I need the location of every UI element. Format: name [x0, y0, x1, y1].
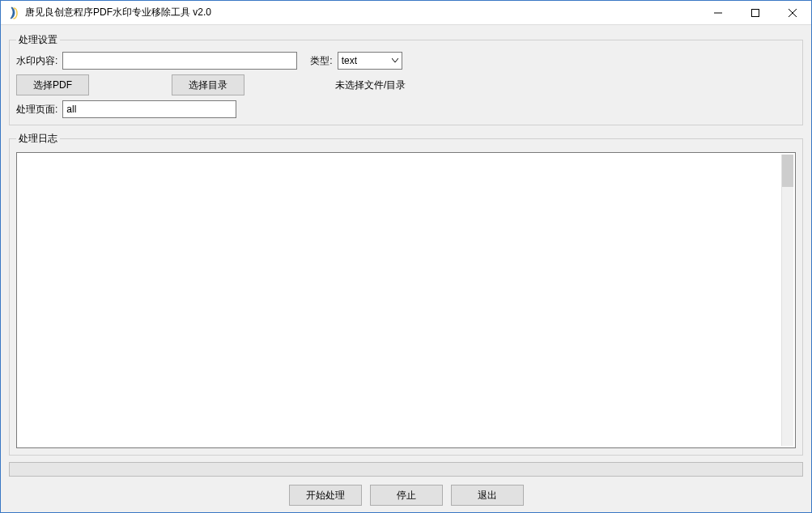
log-textarea-container — [16, 152, 796, 448]
log-scrollbar-thumb[interactable] — [782, 155, 793, 187]
minimize-button[interactable] — [699, 1, 737, 24]
client-area: 处理设置 水印内容: 类型: text 选择PDF 选择目录 未选择文件/目 — [1, 25, 811, 512]
log-legend: 处理日志 — [16, 132, 60, 146]
type-select[interactable]: text — [338, 52, 402, 70]
type-label: 类型: — [310, 54, 332, 68]
maximize-button[interactable] — [737, 1, 774, 24]
settings-group: 处理设置 水印内容: 类型: text 选择PDF 选择目录 未选择文件/目 — [9, 33, 803, 125]
watermark-input[interactable] — [62, 52, 297, 70]
action-bar: 开始处理 停止 退出 — [9, 483, 803, 506]
select-dir-button[interactable]: 选择目录 — [172, 74, 244, 95]
window-title: 唐见良创意程序PDF水印专业移除工具 v2.0 — [25, 6, 699, 19]
pages-label: 处理页面: — [16, 103, 57, 117]
log-scrollbar[interactable] — [781, 155, 793, 446]
pages-input[interactable] — [62, 100, 236, 118]
progress-bar — [9, 462, 803, 477]
close-button[interactable] — [774, 1, 811, 24]
start-button[interactable]: 开始处理 — [289, 485, 362, 506]
log-group: 处理日志 — [9, 132, 803, 456]
window-controls — [699, 1, 811, 24]
svg-rect-1 — [752, 9, 759, 16]
app-window: 唐见良创意程序PDF水印专业移除工具 v2.0 处理设置 水印内容: 类型: t… — [0, 0, 812, 513]
watermark-label: 水印内容: — [16, 54, 57, 68]
exit-button[interactable]: 退出 — [451, 485, 524, 506]
type-select-value: text — [342, 55, 389, 66]
settings-legend: 处理设置 — [16, 33, 60, 47]
titlebar: 唐见良创意程序PDF水印专业移除工具 v2.0 — [1, 1, 811, 25]
select-pdf-button[interactable]: 选择PDF — [16, 74, 89, 95]
app-icon — [7, 6, 20, 19]
stop-button[interactable]: 停止 — [370, 485, 443, 506]
chevron-down-icon — [389, 53, 402, 69]
log-textarea[interactable] — [19, 155, 780, 446]
file-status-label: 未选择文件/目录 — [335, 78, 406, 92]
